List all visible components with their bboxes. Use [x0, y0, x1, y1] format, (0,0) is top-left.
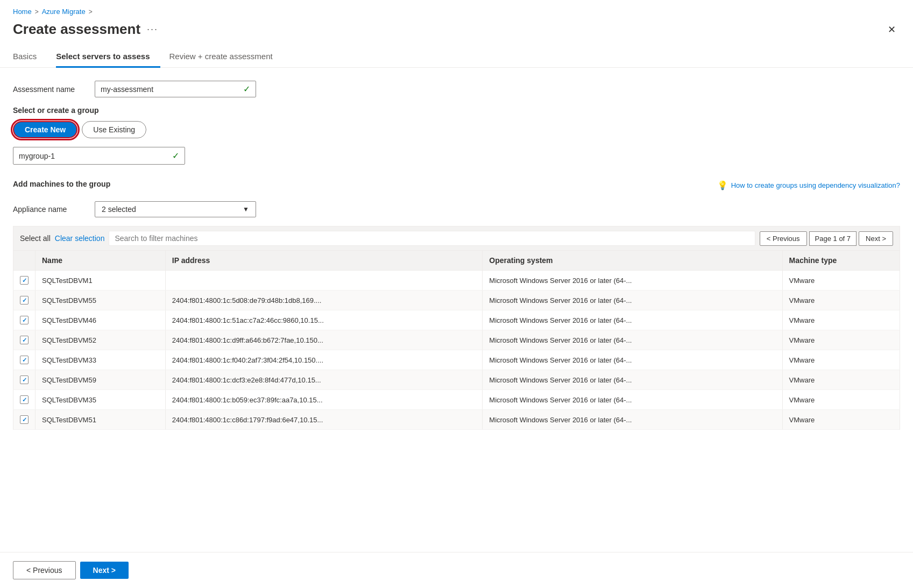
tab-review[interactable]: Review + create assessment — [169, 46, 283, 68]
table-cell-ip: 2404:f801:4800:1c:51ac:c7a2:46cc:9860,10… — [165, 310, 482, 330]
next-page-button[interactable]: Next > — [859, 231, 893, 246]
table-cell-machine-type: VMware — [782, 350, 900, 370]
col-os: Operating system — [483, 251, 782, 271]
table-cell-os: Microsoft Windows Server 2016 or later (… — [483, 390, 782, 410]
table-cell-name: SQLTestDBVM55 — [36, 291, 166, 310]
page-container: Home > Azure Migrate > Create assessment… — [0, 0, 913, 588]
help-link-text: How to create groups using dependency vi… — [731, 181, 900, 189]
bottom-prev-button[interactable]: < Previous — [13, 561, 76, 579]
table-cell-machine-type: VMware — [782, 291, 900, 310]
table-cell-ip: 2404:f801:4800:1c:d9ff:a646:b672:7fae,10… — [165, 330, 482, 350]
table-cell-checkbox[interactable] — [13, 350, 36, 370]
table-toolbar: Select all Clear selection < Previous Pa… — [13, 226, 900, 250]
row-5-checkbox[interactable] — [20, 376, 29, 384]
table-cell-ip: 2404:f801:4800:1c:c86d:1797:f9ad:6e47,10… — [165, 410, 482, 430]
wizard-tabs: Basics Select servers to assess Review +… — [0, 46, 913, 68]
table-cell-checkbox[interactable] — [13, 410, 36, 430]
table-cell-name: SQLTestDBVM35 — [36, 390, 166, 410]
page-title: Create assessment — [13, 21, 140, 38]
table-cell-ip — [165, 271, 482, 291]
assessment-name-input[interactable]: my-assessment ✓ — [95, 81, 256, 97]
table-cell-name: SQLTestDBVM46 — [36, 310, 166, 330]
col-name: Name — [36, 251, 166, 271]
table-row: SQLTestDBVM552404:f801:4800:1c:5d08:de79… — [13, 291, 900, 310]
table-cell-machine-type: VMware — [782, 330, 900, 350]
table-cell-os: Microsoft Windows Server 2016 or later (… — [483, 370, 782, 390]
tab-basics[interactable]: Basics — [13, 46, 47, 68]
group-name-check: ✓ — [172, 151, 179, 161]
group-name-input[interactable]: mygroup-1 ✓ — [13, 147, 185, 165]
row-0-checkbox[interactable] — [20, 276, 29, 285]
breadcrumb-sep-1: > — [35, 8, 39, 16]
table-row: SQLTestDBVM352404:f801:4800:1c:b059:ec37… — [13, 390, 900, 410]
close-button[interactable]: ✕ — [883, 22, 900, 38]
page-info: Page 1 of 7 — [809, 231, 857, 246]
tab-select-servers[interactable]: Select servers to assess — [56, 46, 160, 68]
pagination-area: < Previous Page 1 of 7 Next > — [760, 231, 893, 246]
assessment-name-value: my-assessment — [101, 85, 153, 94]
table-cell-checkbox[interactable] — [13, 271, 36, 291]
group-name-value: mygroup-1 — [19, 152, 55, 160]
table-cell-os: Microsoft Windows Server 2016 or later (… — [483, 310, 782, 330]
table-cell-ip: 2404:f801:4800:1c:5d08:de79:d48b:1db8,16… — [165, 291, 482, 310]
breadcrumb-sep-2: > — [89, 8, 93, 16]
select-all-button[interactable]: Select all — [20, 234, 51, 243]
table-cell-name: SQLTestDBVM51 — [36, 410, 166, 430]
col-machine-type: Machine type — [782, 251, 900, 271]
col-checkbox — [13, 251, 36, 271]
table-cell-name: SQLTestDBVM1 — [36, 271, 166, 291]
table-cell-os: Microsoft Windows Server 2016 or later (… — [483, 271, 782, 291]
row-1-checkbox[interactable] — [20, 296, 29, 304]
bulb-icon: 💡 — [717, 180, 728, 190]
prev-page-button[interactable]: < Previous — [760, 231, 807, 246]
create-new-button[interactable]: Create New — [13, 121, 77, 138]
table-cell-machine-type: VMware — [782, 410, 900, 430]
bottom-bar: < Previous Next > — [0, 552, 913, 588]
assessment-name-row: Assessment name my-assessment ✓ — [13, 81, 900, 97]
group-btn-group: Create New Use Existing — [13, 121, 900, 138]
table-cell-checkbox[interactable] — [13, 330, 36, 350]
table-cell-name: SQLTestDBVM59 — [36, 370, 166, 390]
machines-table: Name IP address Operating system Machine… — [13, 250, 900, 430]
table-cell-ip: 2404:f801:4800:1c:b059:ec37:89fc:aa7a,10… — [165, 390, 482, 410]
help-link[interactable]: 💡 How to create groups using dependency … — [717, 180, 900, 190]
table-row: SQLTestDBVM462404:f801:4800:1c:51ac:c7a2… — [13, 310, 900, 330]
clear-selection-button[interactable]: Clear selection — [55, 234, 105, 243]
search-input[interactable] — [109, 231, 755, 246]
table-row: SQLTestDBVM512404:f801:4800:1c:c86d:1797… — [13, 410, 900, 430]
table-cell-os: Microsoft Windows Server 2016 or later (… — [483, 291, 782, 310]
breadcrumb-home[interactable]: Home — [13, 8, 32, 16]
assessment-name-check: ✓ — [243, 84, 250, 94]
appliance-dropdown[interactable]: 2 selected ▼ — [95, 201, 256, 217]
bottom-next-button[interactable]: Next > — [80, 562, 129, 579]
add-machines-row: Add machines to the group 💡 How to creat… — [13, 175, 900, 195]
table-cell-machine-type: VMware — [782, 310, 900, 330]
row-6-checkbox[interactable] — [20, 395, 29, 404]
table-header-row: Name IP address Operating system Machine… — [13, 251, 900, 271]
table-cell-machine-type: VMware — [782, 370, 900, 390]
use-existing-button[interactable]: Use Existing — [82, 121, 146, 138]
appliance-chevron: ▼ — [243, 206, 249, 213]
table-cell-name: SQLTestDBVM33 — [36, 350, 166, 370]
table-row: SQLTestDBVM332404:f801:4800:1c:f040:2af7… — [13, 350, 900, 370]
table-cell-os: Microsoft Windows Server 2016 or later (… — [483, 350, 782, 370]
table-cell-checkbox[interactable] — [13, 291, 36, 310]
table-cell-checkbox[interactable] — [13, 390, 36, 410]
appliance-value: 2 selected — [102, 205, 136, 214]
table-row: SQLTestDBVM592404:f801:4800:1c:dcf3:e2e8… — [13, 370, 900, 390]
assessment-name-label: Assessment name — [13, 85, 88, 94]
table-cell-ip: 2404:f801:4800:1c:dcf3:e2e8:8f4d:477d,10… — [165, 370, 482, 390]
add-machines-heading: Add machines to the group — [13, 180, 110, 188]
table-row: SQLTestDBVM522404:f801:4800:1c:d9ff:a646… — [13, 330, 900, 350]
appliance-row: Appliance name 2 selected ▼ — [13, 201, 900, 217]
table-cell-name: SQLTestDBVM52 — [36, 330, 166, 350]
table-cell-checkbox[interactable] — [13, 370, 36, 390]
row-7-checkbox[interactable] — [20, 415, 29, 424]
page-ellipsis[interactable]: ··· — [147, 24, 158, 35]
breadcrumb-azure-migrate[interactable]: Azure Migrate — [42, 8, 86, 16]
row-2-checkbox[interactable] — [20, 316, 29, 324]
group-section-heading: Select or create a group — [13, 106, 900, 115]
table-cell-checkbox[interactable] — [13, 310, 36, 330]
row-4-checkbox[interactable] — [20, 356, 29, 364]
row-3-checkbox[interactable] — [20, 336, 29, 344]
